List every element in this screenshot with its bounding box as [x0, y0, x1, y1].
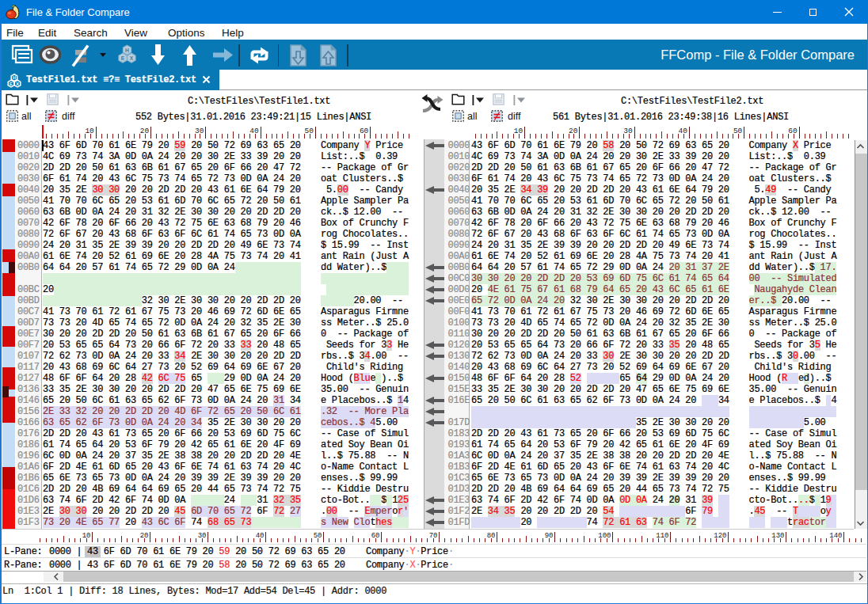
svg-text:E: E [121, 55, 125, 61]
svg-text:E: E [10, 82, 13, 86]
svg-text:X: X [130, 55, 134, 61]
svg-text:H: H [125, 47, 129, 53]
svg-text:X: X [16, 82, 19, 86]
svg-text:H: H [13, 75, 16, 80]
